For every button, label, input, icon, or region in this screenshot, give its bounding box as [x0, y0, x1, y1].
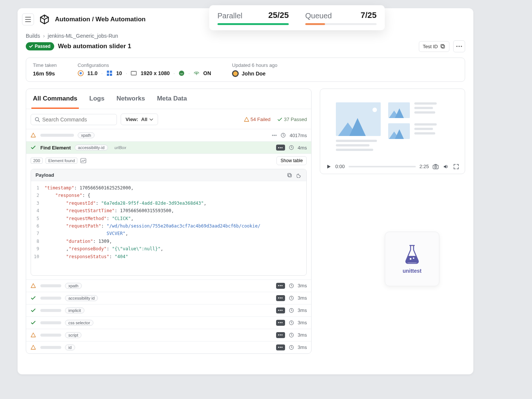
fullscreen-icon[interactable]	[454, 164, 459, 169]
camera-icon[interactable]	[433, 164, 439, 169]
svg-rect-7	[107, 71, 109, 73]
passed-count: 37 Passed	[277, 117, 307, 122]
search-input[interactable]	[42, 117, 113, 123]
command-row[interactable]: xpath•••3ms	[26, 279, 311, 292]
user-name: John Doe	[242, 71, 266, 77]
tab-all-commands[interactable]: All Commands	[31, 89, 79, 109]
command-title: Find Element	[40, 145, 71, 151]
summary-card: Time taken 16m 59s Configurations 11.0 ·…	[26, 58, 465, 82]
row-more-icon[interactable]: •••	[272, 133, 277, 138]
command-row[interactable]: xpath ••• 4017ms	[26, 129, 311, 141]
unittest-card: unittest	[385, 232, 439, 286]
row-more-icon[interactable]: •••	[276, 307, 285, 313]
check-icon	[31, 308, 37, 313]
svg-rect-0	[442, 45, 445, 48]
command-sub-row: 200 Element found Show table	[26, 154, 311, 169]
status-text: Passed	[35, 44, 50, 49]
payload-body: 1"timestamp": 1705665601625252000,2 "res…	[31, 181, 306, 275]
updated-label: Updated 6 hours ago	[232, 62, 277, 68]
screenshot-icon[interactable]	[80, 158, 86, 163]
theme-toggle-icon[interactable]	[297, 173, 302, 178]
duration: 4ms	[298, 145, 307, 151]
svg-point-3	[458, 46, 460, 47]
os-icon	[106, 70, 112, 76]
duration: 3ms	[298, 283, 307, 288]
volume-icon[interactable]	[443, 164, 449, 169]
svg-point-27	[410, 258, 412, 260]
skeleton	[40, 334, 61, 337]
check-icon	[31, 320, 37, 325]
check-icon	[31, 296, 37, 301]
parallel-value: 25/25	[268, 10, 289, 20]
svg-rect-25	[433, 165, 438, 169]
clock-icon	[289, 145, 294, 150]
chevron-down-icon	[149, 118, 153, 121]
chevron-right-icon: ›	[43, 33, 45, 39]
row-more-icon[interactable]: •••	[276, 295, 285, 301]
tab-meta-data[interactable]: Meta Data	[155, 89, 188, 109]
svg-point-13	[35, 117, 39, 121]
svg-point-12	[179, 71, 184, 76]
video-panel: 0:00 2:25	[320, 89, 465, 174]
video-thumbnail	[336, 102, 381, 136]
avatar	[232, 70, 239, 77]
os-version: 10	[116, 70, 122, 76]
menu-toggle[interactable]	[22, 13, 34, 25]
unittest-label: unittest	[403, 268, 422, 274]
video-progress[interactable]	[349, 166, 416, 167]
skeleton	[40, 297, 61, 300]
test-id-button[interactable]: Test ID	[419, 41, 449, 52]
locator-chip: xpath	[65, 283, 82, 289]
test-title: Web automation slider 1	[58, 43, 131, 50]
tab-networks[interactable]: Networks	[115, 89, 147, 109]
svg-rect-10	[110, 74, 112, 76]
row-more-icon[interactable]: •••	[276, 320, 285, 326]
row-more-icon[interactable]: •••	[276, 332, 285, 338]
command-row[interactable]: script•••3ms	[26, 329, 311, 341]
view-filter-button[interactable]: View: All	[121, 114, 158, 125]
row-more-icon[interactable]: •••	[276, 283, 285, 289]
time-taken-value: 16m 59s	[33, 70, 57, 77]
locator-chip: css selector	[65, 320, 93, 326]
locator-chip: accessibility-id	[75, 145, 108, 151]
command-row[interactable]: id•••3ms	[26, 341, 311, 353]
search-icon	[35, 117, 40, 122]
command-row[interactable]: accessibility id•••3ms	[26, 292, 311, 304]
command-row[interactable]: css selector•••3ms	[26, 316, 311, 329]
command-row-active[interactable]: Find Element accessibility-id urlBox •••…	[26, 141, 311, 154]
row-more-icon[interactable]: •••	[276, 344, 285, 350]
skeleton	[40, 284, 61, 287]
row-more-icon[interactable]: •••	[276, 145, 285, 151]
svg-point-6	[80, 72, 82, 74]
clock-icon	[289, 345, 294, 350]
device-icon	[179, 70, 185, 76]
app-logo-icon	[39, 14, 50, 25]
warning-icon	[31, 332, 37, 338]
duration: 3ms	[298, 332, 307, 338]
page-title: Automation / Web Automation	[55, 16, 146, 23]
copy-payload-icon[interactable]	[287, 173, 292, 178]
duration: 3ms	[298, 344, 307, 350]
response-code: 200	[31, 158, 43, 164]
video-current-time: 0:00	[335, 164, 344, 169]
tab-logs[interactable]: Logs	[88, 89, 106, 109]
command-row[interactable]: implicit•••3ms	[26, 304, 311, 316]
duration: 4017ms	[290, 133, 307, 138]
failed-count: 54 Failed	[244, 117, 270, 122]
play-icon[interactable]	[326, 164, 331, 169]
warning-icon	[31, 283, 37, 288]
check-icon	[277, 117, 282, 122]
locator-value: urlBox	[112, 145, 129, 150]
time-taken-label: Time taken	[33, 62, 57, 68]
svg-rect-8	[110, 71, 112, 73]
show-table-button[interactable]: Show table	[276, 156, 307, 165]
video-thumbnail-small	[388, 102, 410, 118]
search-input-wrap[interactable]	[31, 114, 117, 125]
svg-point-28	[413, 257, 414, 259]
more-button[interactable]	[453, 40, 465, 52]
breadcrumb-item[interactable]: jenkins-ML_Generic_jobs-Run	[48, 33, 118, 39]
breadcrumb-root[interactable]: Builds	[26, 33, 40, 39]
locator-chip: script	[65, 332, 81, 338]
video-total-time: 2:25	[420, 164, 429, 169]
locator-chip: accessibility id	[65, 295, 98, 301]
